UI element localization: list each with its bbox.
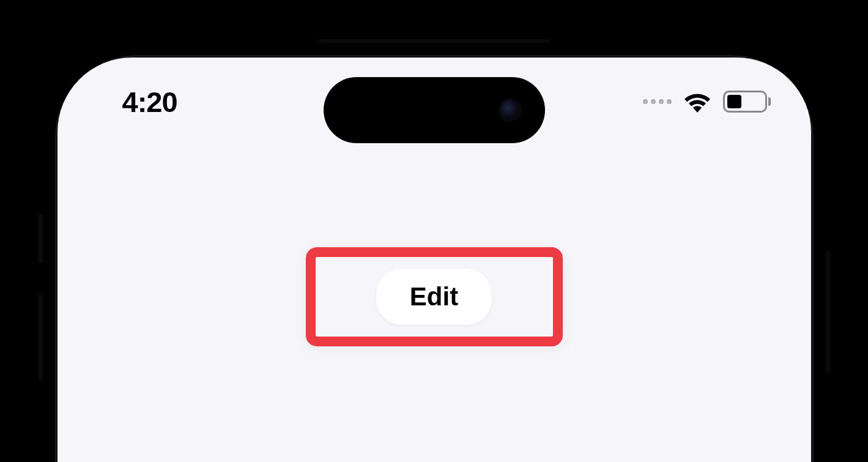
battery-icon	[723, 91, 771, 113]
device-screen: 4:20	[57, 58, 811, 462]
camera-lens-icon	[499, 99, 522, 122]
highlight-annotation: Edit	[306, 247, 563, 346]
wifi-icon	[683, 91, 712, 113]
side-button	[38, 294, 43, 379]
content-area: Edit	[57, 247, 811, 346]
side-button	[826, 251, 831, 373]
side-button	[38, 214, 43, 263]
status-time: 4:20	[122, 85, 177, 119]
edit-button[interactable]: Edit	[376, 269, 492, 325]
cellular-signal-icon	[643, 99, 672, 104]
status-indicators	[643, 91, 771, 113]
device-notch	[318, 39, 551, 43]
dynamic-island[interactable]	[324, 77, 545, 143]
device-frame: 4:20	[43, 43, 826, 462]
